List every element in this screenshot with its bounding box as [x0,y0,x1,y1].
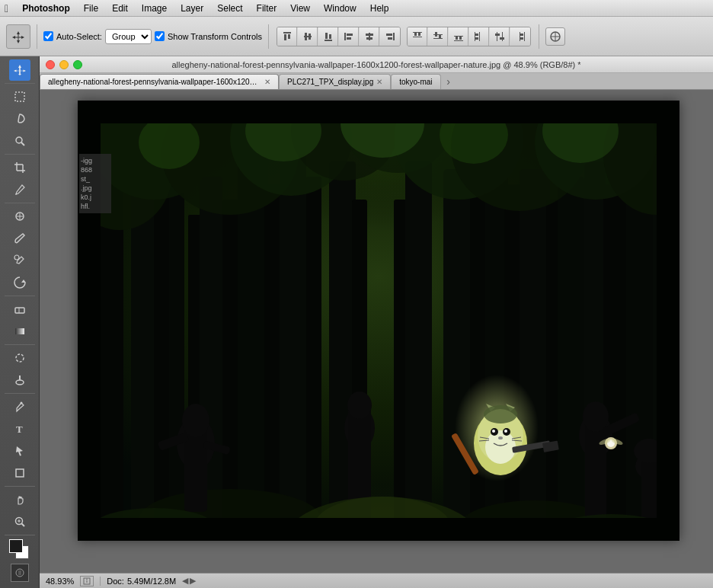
svg-point-172 [87,578,88,580]
crop-tool[interactable] [9,157,30,178]
svg-marker-72 [16,446,23,456]
tab-tokyo[interactable]: tokyo-mai [391,74,440,89]
eraser-tool[interactable] [9,299,30,320]
svg-rect-10 [325,33,328,39]
tool-divider-5 [5,344,35,345]
svg-rect-30 [439,34,441,39]
distribute-top-btn[interactable] [408,27,427,46]
hand-tool[interactable] [9,489,30,510]
svg-rect-86 [169,169,184,541]
tab-plc-close[interactable]: ✕ [376,78,382,86]
menu-help[interactable]: Help [364,2,395,15]
apple-menu[interactable]:  [5,2,8,14]
file-list-item: hfl. [81,203,110,210]
menu-select[interactable]: Select [211,2,248,15]
doc-info: Doc: 5.49M/12.8M [107,577,176,586]
history-brush-tool[interactable] [9,272,30,293]
text-tool[interactable]: T [9,418,30,439]
svg-line-75 [21,524,24,527]
menu-file[interactable]: File [78,2,104,15]
distribute-left-btn[interactable] [469,27,489,46]
lasso-tool[interactable] [9,108,30,129]
status-left-arrow[interactable]: ◀ [182,576,188,586]
tab-add-button[interactable]: › [441,74,456,89]
svg-rect-45 [520,34,523,36]
menu-window[interactable]: Window [318,2,363,15]
align-vcenter-btn[interactable] [298,27,318,46]
clone-stamp-tool[interactable] [9,250,30,271]
svg-rect-9 [325,40,332,41]
tab-forest[interactable]: allegheny-national-forest-pennsylvania-w… [40,74,279,89]
tool-divider-2 [5,154,35,155]
svg-rect-98 [405,161,432,541]
shape-tool[interactable] [9,462,30,484]
tool-divider-3 [5,203,35,203]
svg-point-52 [16,137,22,143]
main-area: allegheny-national-forest-pennsylvania-w… [40,56,713,588]
svg-rect-28 [433,38,443,39]
app-container: T allegheny-national-fo [0,56,713,588]
svg-rect-79 [18,570,21,575]
color-swatch-area[interactable] [9,539,30,561]
tab-tokyo-label: tokyo-mai [399,78,432,86]
menu-view[interactable]: View [284,2,316,15]
doc-size: 5.49M/12.8M [127,577,176,586]
blur-tool[interactable] [9,347,30,369]
align-hcenter-btn[interactable] [360,27,379,46]
svg-rect-37 [475,34,478,36]
brush-tool[interactable] [9,228,30,249]
quick-select-tool[interactable] [9,130,30,152]
distribute-bottom-btn[interactable] [449,27,468,46]
tab-plc[interactable]: PLC271_TPX_display.jpg ✕ [279,74,391,89]
zoom-tool[interactable] [9,511,30,532]
svg-rect-23 [413,32,422,33]
status-info-button[interactable] [80,576,94,586]
path-select-tool[interactable] [9,440,30,462]
tool-divider-8 [5,535,35,535]
move-tool[interactable] [9,59,30,81]
menu-app-name[interactable]: Photoshop [16,2,76,15]
close-button[interactable] [46,60,55,69]
menu-image[interactable]: Image [136,2,173,15]
auto-select-checkbox[interactable] [43,31,53,41]
tab-forest-label: allegheny-national-forest-pennsylvania-w… [48,78,261,86]
maximize-button[interactable] [73,60,82,69]
dodge-tool[interactable] [9,369,30,391]
svg-rect-6 [309,34,311,37]
distribute-vcenter-btn[interactable] [428,27,448,46]
menu-bar:  Photoshop File Edit Image Layer Select… [0,0,713,17]
tab-forest-close[interactable]: ✕ [264,78,270,86]
status-right-arrow[interactable]: ▶ [190,576,196,586]
status-arrows[interactable]: ◀ ▶ [182,576,196,586]
distribute-hcenter-btn[interactable] [490,27,510,46]
align-left-btn[interactable] [339,27,359,46]
window-title: allegheny-national-forest-pennsylvania-w… [171,60,580,69]
transform-controls-checkbox[interactable] [155,31,165,41]
move-tool-button[interactable] [6,24,30,49]
svg-point-120 [139,116,200,169]
canvas-area[interactable]: -igg 868 st_ .jpg k0.j hfl. [40,90,713,573]
tools-panel: T [0,56,40,588]
auto-align-btn[interactable] [545,27,565,46]
foreground-color-swatch[interactable] [9,539,23,553]
svg-point-153 [347,391,372,419]
menu-filter[interactable]: Filter [251,2,283,15]
gradient-tool[interactable] [9,321,30,342]
menu-layer[interactable]: Layer [174,2,209,15]
svg-rect-46 [520,37,523,40]
auto-select-dropdown[interactable]: Group [105,29,152,44]
toolbar-separator-2 [268,24,269,49]
menu-edit[interactable]: Edit [106,2,134,15]
pen-tool[interactable] [9,396,30,417]
status-divider [100,577,101,586]
healing-brush-tool[interactable] [9,206,30,227]
mask-mode-button[interactable] [11,564,29,582]
align-bottom-btn[interactable] [318,27,338,46]
distribute-right-btn[interactable] [510,27,530,46]
align-right-btn[interactable] [380,27,400,46]
eyedropper-tool[interactable] [9,179,30,200]
minimize-button[interactable] [59,60,69,69]
svg-rect-38 [475,37,478,40]
rect-marquee-tool[interactable] [9,86,30,107]
align-top-btn[interactable] [277,27,297,46]
